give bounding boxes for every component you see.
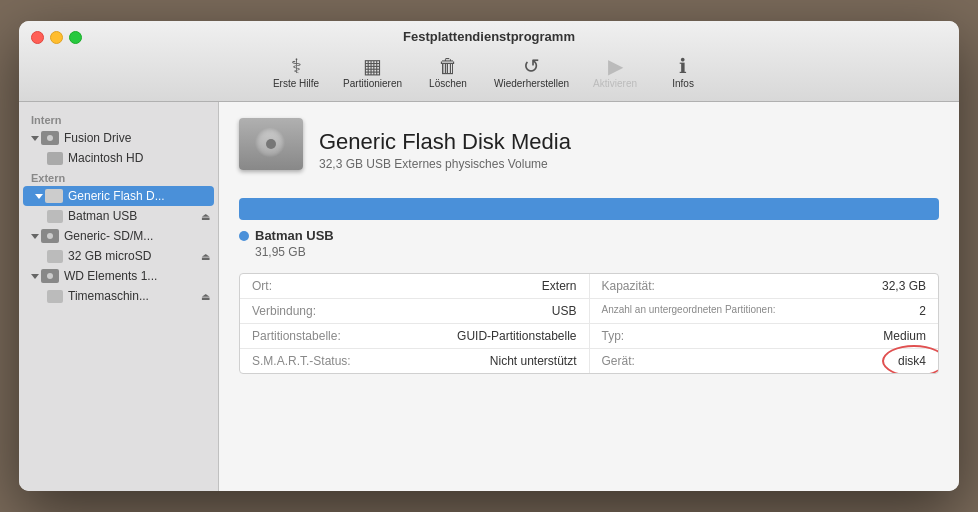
loeschen-label: Löschen bbox=[429, 78, 467, 89]
sidebar-item-wd-elements[interactable]: WD Elements 1... bbox=[19, 266, 218, 286]
wiederherstellen-icon: ↺ bbox=[523, 56, 540, 76]
details-value: Extern bbox=[380, 274, 589, 298]
eject-icon[interactable]: ⏏ bbox=[201, 211, 210, 222]
details-value: Nicht unterstützt bbox=[380, 349, 589, 373]
details-label: Gerät: bbox=[590, 349, 730, 373]
device-name: Generic Flash Disk Media bbox=[319, 129, 571, 155]
expand-icon bbox=[31, 136, 39, 141]
sidebar-item-timemaschine[interactable]: Timemaschin... ⏏ bbox=[19, 286, 218, 306]
hdd-icon bbox=[41, 229, 59, 243]
sidebar-item-generic-flash[interactable]: Generic Flash D... bbox=[23, 186, 214, 206]
sidebar-item-batman-usb[interactable]: Batman USB ⏏ bbox=[19, 206, 218, 226]
details-value: USB bbox=[380, 299, 589, 323]
details-label: Kapazität: bbox=[590, 274, 730, 298]
close-button[interactable] bbox=[31, 31, 44, 44]
toolbar: ⚕ Erste Hilfe ▦ Partitionieren 🗑 Löschen… bbox=[263, 52, 715, 101]
volume-icon bbox=[47, 250, 63, 263]
details-label: Partitionstabelle: bbox=[240, 324, 380, 348]
generic-flash-label: Generic Flash D... bbox=[68, 189, 206, 203]
expand-icon bbox=[31, 274, 39, 279]
details-value: 2 bbox=[784, 299, 938, 323]
partition-bar bbox=[239, 198, 939, 220]
details-row: S.M.A.R.T.-Status: Nicht unterstützt Ger… bbox=[240, 349, 938, 373]
sidebar-item-macintosh-hd[interactable]: Macintosh HD bbox=[19, 148, 218, 168]
partition-name: Batman USB bbox=[239, 228, 939, 243]
usb-drive-icon bbox=[45, 189, 63, 203]
sidebar-item-generic-sd[interactable]: Generic- SD/M... bbox=[19, 226, 218, 246]
details-label: Ort: bbox=[240, 274, 380, 298]
infos-label: Infos bbox=[672, 78, 694, 89]
partition-size: 31,95 GB bbox=[255, 245, 939, 259]
volume-icon bbox=[47, 210, 63, 223]
hdd-large-icon bbox=[239, 118, 303, 170]
details-value: Medium bbox=[730, 324, 939, 348]
minimize-button[interactable] bbox=[50, 31, 63, 44]
microsd-label: 32 GB microSD bbox=[68, 249, 199, 263]
aktivieren-button[interactable]: ▶ Aktivieren bbox=[583, 52, 647, 93]
eject-icon[interactable]: ⏏ bbox=[201, 251, 210, 262]
intern-label: Intern bbox=[19, 110, 218, 128]
partition-info: Batman USB 31,95 GB bbox=[239, 228, 939, 259]
infos-button[interactable]: ℹ Infos bbox=[651, 52, 715, 93]
extern-label: Extern bbox=[19, 168, 218, 186]
wiederherstellen-button[interactable]: ↺ Wiederherstellen bbox=[484, 52, 579, 93]
eject-icon[interactable]: ⏏ bbox=[201, 291, 210, 302]
traffic-lights bbox=[31, 31, 82, 44]
details-value: 32,3 GB bbox=[730, 274, 939, 298]
app-window: Festplattendienstprogramm ⚕ Erste Hilfe … bbox=[19, 21, 959, 491]
partitionieren-label: Partitionieren bbox=[343, 78, 402, 89]
details-value: GUID-Partitionstabelle bbox=[380, 324, 589, 348]
device-subtitle: 32,3 GB USB Externes physisches Volume bbox=[319, 157, 571, 171]
details-value-circled: disk4 bbox=[730, 349, 939, 373]
infos-icon: ℹ bbox=[679, 56, 687, 76]
sidebar-item-fusion-drive[interactable]: Fusion Drive bbox=[19, 128, 218, 148]
erste-hilfe-label: Erste Hilfe bbox=[273, 78, 319, 89]
erste-hilfe-button[interactable]: ⚕ Erste Hilfe bbox=[263, 52, 329, 93]
device-icon bbox=[239, 118, 303, 182]
main-panel: Generic Flash Disk Media 32,3 GB USB Ext… bbox=[219, 102, 959, 491]
device-info: Generic Flash Disk Media 32,3 GB USB Ext… bbox=[319, 129, 571, 171]
aktivieren-label: Aktivieren bbox=[593, 78, 637, 89]
erste-hilfe-icon: ⚕ bbox=[291, 56, 302, 76]
window-title: Festplattendienstprogramm bbox=[403, 29, 575, 44]
expand-icon bbox=[31, 234, 39, 239]
hdd-icon bbox=[41, 269, 59, 283]
loeschen-icon: 🗑 bbox=[438, 56, 458, 76]
partitionieren-button[interactable]: ▦ Partitionieren bbox=[333, 52, 412, 93]
fusion-drive-label: Fusion Drive bbox=[64, 131, 210, 145]
device-header: Generic Flash Disk Media 32,3 GB USB Ext… bbox=[239, 118, 939, 182]
details-table: Ort: Extern Kapazität: 32,3 GB Verbindun… bbox=[239, 273, 939, 374]
loeschen-button[interactable]: 🗑 Löschen bbox=[416, 52, 480, 93]
details-row: Ort: Extern Kapazität: 32,3 GB bbox=[240, 274, 938, 299]
partitionieren-icon: ▦ bbox=[363, 56, 382, 76]
content-area: Intern Fusion Drive Macintosh HD Extern … bbox=[19, 102, 959, 491]
batman-usb-label: Batman USB bbox=[68, 209, 199, 223]
details-row: Verbindung: USB Anzahl an untergeordnete… bbox=[240, 299, 938, 324]
maximize-button[interactable] bbox=[69, 31, 82, 44]
volume-icon bbox=[47, 152, 63, 165]
details-label: Anzahl an untergeordneten Partitionen: bbox=[590, 299, 784, 323]
timemaschine-label: Timemaschin... bbox=[68, 289, 199, 303]
partition-bar-container: Batman USB 31,95 GB bbox=[239, 198, 939, 259]
wiederherstellen-label: Wiederherstellen bbox=[494, 78, 569, 89]
partition-dot bbox=[239, 231, 249, 241]
titlebar: Festplattendienstprogramm ⚕ Erste Hilfe … bbox=[19, 21, 959, 102]
wd-elements-label: WD Elements 1... bbox=[64, 269, 210, 283]
details-label: S.M.A.R.T.-Status: bbox=[240, 349, 380, 373]
hdd-icon bbox=[41, 131, 59, 145]
details-label: Typ: bbox=[590, 324, 730, 348]
macintosh-hd-label: Macintosh HD bbox=[68, 151, 210, 165]
generic-sd-label: Generic- SD/M... bbox=[64, 229, 210, 243]
sidebar-item-32gb-microsd[interactable]: 32 GB microSD ⏏ bbox=[19, 246, 218, 266]
expand-icon bbox=[35, 194, 43, 199]
details-label: Verbindung: bbox=[240, 299, 380, 323]
aktivieren-icon: ▶ bbox=[608, 56, 623, 76]
sidebar: Intern Fusion Drive Macintosh HD Extern … bbox=[19, 102, 219, 491]
volume-icon bbox=[47, 290, 63, 303]
details-row: Partitionstabelle: GUID-Partitionstabell… bbox=[240, 324, 938, 349]
